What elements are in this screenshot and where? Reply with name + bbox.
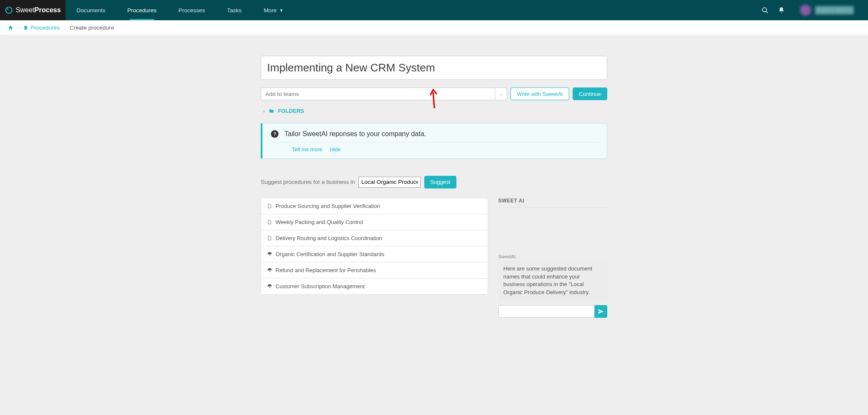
ai-chat-input[interactable] [498,305,595,318]
suggestion-item[interactable]: Organic Certification and Supplier Stand… [261,246,488,262]
form-row: ⌄ Write with SweetAI Continue [261,87,607,100]
umbrella-icon [267,251,272,257]
suggestion-label: Customer Subscription Management [276,283,365,289]
suggestion-label: Weekly Packing and Quality Control [276,219,363,225]
avatar [800,5,811,16]
suggest-row: Suggest procedures for a business in Sug… [261,176,607,188]
suggestion-label: Produce Sourcing and Supplier Verificati… [276,203,380,209]
bell-icon[interactable] [778,7,785,14]
continue-button[interactable]: Continue [573,87,607,100]
svg-point-1 [7,8,9,10]
user-menu[interactable]: ████████ [794,2,860,18]
document-icon [267,219,272,225]
top-nav: SweetProcess Documents Procedures Proces… [0,0,868,20]
nav-tasks[interactable]: Tasks [216,0,253,20]
nav-documents[interactable]: Documents [66,0,116,20]
nav-procedures[interactable]: Procedures [116,0,167,20]
sweetai-panel: SWEET AI SweetAI Here are some suggested… [498,198,607,318]
ai-input-row [498,305,607,318]
nav-more[interactable]: More▼ [253,0,295,20]
nav-links: Documents Procedures Processes Tasks Mor… [66,0,295,20]
business-type-input[interactable] [358,177,421,188]
ai-sender-label: SweetAI [498,254,607,259]
document-icon [267,235,272,241]
suggestion-item[interactable]: Delivery Routing and Logistics Coordinat… [261,230,488,246]
procedure-title-input[interactable] [261,56,607,80]
svg-point-0 [6,7,12,14]
logo[interactable]: SweetProcess [0,0,66,20]
sweetai-title: SWEET AI [498,198,607,208]
ai-send-button[interactable] [595,305,607,318]
teams-input[interactable] [261,88,495,100]
breadcrumb: › Procedures › Create procedure [0,20,868,35]
suggestion-item[interactable]: Customer Subscription Management [261,278,488,294]
chevron-right-icon: › [263,109,265,114]
send-icon [598,309,604,314]
logo-text: SweetProcess [16,6,61,14]
document-icon [267,203,272,209]
hide-link[interactable]: Hide [330,147,341,153]
tell-me-more-link[interactable]: Tell me more [292,147,322,153]
teams-select[interactable]: ⌄ [261,87,507,100]
suggest-prefix: Suggest procedures for a business in [261,179,355,185]
nav-right: ████████ [762,2,868,18]
search-icon[interactable] [762,7,769,14]
chevron-down-icon: ▼ [279,8,284,13]
nav-processes[interactable]: Processes [167,0,216,20]
breadcrumb-sep: › [64,25,65,30]
write-with-sweetai-button[interactable]: Write with SweetAI [510,87,569,100]
breadcrumb-home[interactable] [8,25,14,31]
content-columns: Produce Sourcing and Supplier Verificati… [261,198,607,318]
infobox-header: ? Tailor SweetAI reponses to your compan… [271,130,598,142]
logo-icon [5,6,13,14]
infobox-links: Tell me more Hide [271,142,598,153]
folder-icon [268,108,275,114]
folders-toggle[interactable]: › FOLDERS [263,108,304,114]
ai-message: Here are some suggested document names t… [498,261,607,301]
question-icon: ? [271,130,278,138]
suggestion-label: Refund and Replacement for Perishables [276,267,376,273]
suggestion-item[interactable]: Refund and Replacement for Perishables [261,262,488,278]
suggestion-label: Delivery Routing and Logistics Coordinat… [276,235,382,241]
umbrella-icon [267,268,272,273]
suggest-button[interactable]: Suggest [424,176,456,188]
chevron-down-icon[interactable]: ⌄ [495,88,507,100]
suggestion-item[interactable]: Produce Sourcing and Supplier Verificati… [261,198,488,214]
infobox-headline: Tailor SweetAI reponses to your company … [284,130,426,138]
suggestion-item[interactable]: Weekly Packing and Quality Control [261,214,488,230]
svg-line-3 [766,11,768,13]
breadcrumb-sep: › [18,25,19,30]
breadcrumb-procedures[interactable]: Procedures [23,25,60,31]
breadcrumb-current: Create procedure [70,25,114,31]
suggestions-list: Produce Sourcing and Supplier Verificati… [261,198,488,295]
sweetai-info-box: ? Tailor SweetAI reponses to your compan… [261,123,607,159]
umbrella-icon [267,284,272,289]
main-content: ⌄ Write with SweetAI Continue › FOLDERS … [261,56,607,318]
user-name: ████████ [815,6,854,14]
svg-point-2 [762,8,767,12]
folders-label: FOLDERS [278,108,304,114]
suggestion-label: Organic Certification and Supplier Stand… [276,251,384,257]
